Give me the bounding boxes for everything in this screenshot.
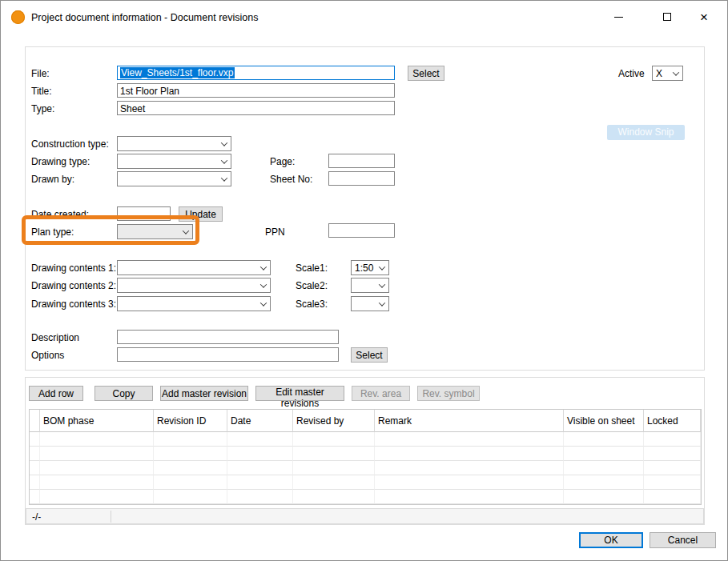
close-button[interactable]: × [690, 7, 718, 26]
sheet-no-label: Sheet No: [270, 173, 312, 186]
options-input[interactable] [117, 347, 339, 362]
file-input-selected-text: View_Sheets/1st_floor.vxp [120, 67, 235, 78]
window-title: Project document information - Document … [31, 12, 258, 23]
active-value: X [656, 68, 662, 79]
drawn-by-label: Drawn by: [31, 173, 74, 186]
column-header-revised-by[interactable]: Revised by [293, 410, 375, 432]
chevron-down-icon [257, 278, 270, 292]
type-input[interactable] [117, 101, 395, 115]
ppn-input[interactable] [328, 223, 395, 238]
chevron-down-icon [218, 172, 231, 186]
options-label: Options [31, 349, 64, 362]
file-label: File: [31, 67, 50, 80]
maximize-button[interactable] [653, 7, 682, 26]
options-select-button[interactable]: Select [351, 347, 388, 363]
drawing-type-label: Drawing type: [31, 155, 90, 168]
status-divider [111, 511, 111, 523]
rev-area-button: Rev. area [352, 386, 410, 401]
title-input[interactable] [117, 83, 395, 98]
revisions-table: BOM phase Revision ID Date Revised by Re… [29, 409, 702, 505]
chevron-down-icon [670, 66, 682, 80]
scale1-combobox[interactable]: 1:50 [351, 260, 389, 275]
scale1-label: Scale1: [296, 262, 328, 274]
table-row[interactable] [30, 490, 701, 504]
column-header-locked[interactable]: Locked [644, 410, 701, 432]
update-button[interactable]: Update [179, 206, 223, 222]
chevron-down-icon [376, 278, 388, 292]
window-snip-ghost: Window Snip [607, 125, 685, 140]
ppn-label: PPN [265, 226, 285, 238]
chevron-down-icon [257, 297, 270, 311]
project-document-dialog: Project document information - Document … [0, 0, 728, 561]
scale2-label: Scale2: [296, 279, 328, 292]
plan-type-label: Plan type: [31, 226, 74, 238]
scale2-combobox[interactable] [351, 278, 389, 293]
minimize-button[interactable] [604, 7, 633, 26]
title-label: Title: [31, 85, 52, 98]
cancel-button[interactable]: Cancel [650, 532, 716, 548]
page-input[interactable] [328, 154, 395, 168]
drawn-by-combobox[interactable] [117, 171, 231, 186]
drawing-contents-1-combobox[interactable] [117, 260, 271, 275]
drawing-contents-3-label: Drawing contents 3: [31, 298, 116, 311]
type-label: Type: [31, 102, 54, 115]
column-header-date[interactable]: Date [227, 410, 293, 432]
drawing-contents-1-label: Drawing contents 1: [31, 262, 116, 274]
table-row[interactable] [30, 461, 701, 475]
add-row-button[interactable]: Add row [29, 386, 83, 401]
plan-type-combobox[interactable] [117, 224, 193, 239]
file-select-button[interactable]: Select [408, 66, 444, 81]
chevron-down-icon [376, 261, 388, 274]
maximize-icon [663, 13, 671, 21]
file-input[interactable]: View_Sheets/1st_floor.vxp [117, 66, 395, 80]
active-combobox[interactable]: X [652, 66, 683, 81]
drawing-contents-2-label: Drawing contents 2: [31, 279, 116, 292]
scale1-value: 1:50 [355, 262, 373, 274]
table-row[interactable] [30, 447, 701, 461]
table-row[interactable] [30, 475, 701, 490]
date-created-input[interactable] [117, 206, 171, 221]
status-count: -/- [32, 511, 41, 523]
titlebar[interactable]: Project document information - Document … [1, 1, 727, 33]
date-created-label: Date created: [31, 208, 89, 221]
table-row[interactable] [30, 432, 701, 447]
chevron-down-icon [218, 154, 231, 168]
chevron-down-icon [179, 225, 192, 238]
chevron-down-icon [376, 297, 388, 311]
drawing-contents-3-combobox[interactable] [117, 296, 271, 311]
status-bar: -/- [26, 508, 704, 524]
app-icon [11, 10, 25, 24]
construction-type-combobox[interactable] [117, 136, 231, 151]
column-header-visible-on-sheet[interactable]: Visible on sheet [564, 410, 644, 432]
page-label: Page: [270, 155, 295, 168]
chevron-down-icon [257, 261, 270, 274]
edit-master-revisions-button[interactable]: Edit master revisions [255, 386, 344, 401]
drawing-contents-2-combobox[interactable] [117, 278, 271, 293]
sheet-no-input[interactable] [328, 171, 395, 186]
column-header-revision-id[interactable]: Revision ID [154, 410, 227, 432]
ok-button[interactable]: OK [579, 532, 643, 548]
active-label: Active [618, 67, 645, 80]
minimize-icon [614, 17, 623, 18]
scale3-label: Scale3: [296, 298, 328, 311]
rev-symbol-button: Rev. symbol [417, 386, 480, 401]
scale3-combobox[interactable] [351, 296, 389, 311]
chevron-down-icon [218, 137, 231, 150]
column-header-bom-phase[interactable]: BOM phase [40, 410, 154, 432]
close-icon: × [700, 10, 708, 24]
column-header-remark[interactable]: Remark [375, 410, 564, 432]
description-label: Description [31, 331, 79, 344]
table-header-row: BOM phase Revision ID Date Revised by Re… [30, 410, 701, 432]
copy-button[interactable]: Copy [95, 386, 153, 401]
add-master-revision-button[interactable]: Add master revision [160, 386, 248, 401]
description-input[interactable] [117, 330, 339, 344]
construction-type-label: Construction type: [31, 138, 109, 150]
column-header-selector[interactable] [30, 410, 40, 432]
drawing-type-combobox[interactable] [117, 154, 231, 169]
